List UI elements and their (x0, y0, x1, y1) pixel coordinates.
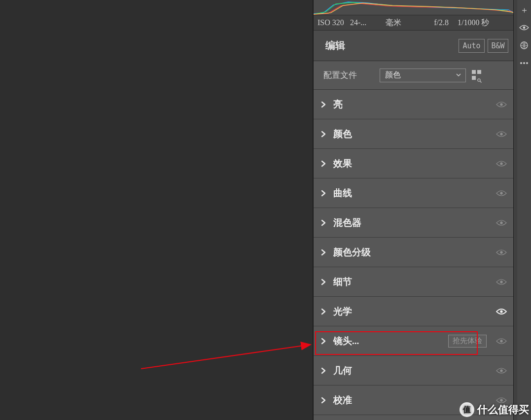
watermark-badge: 值 (460, 402, 474, 417)
panel-label: 效果 (333, 157, 490, 170)
watermark-text: 什么值得买 (477, 403, 529, 417)
chevron-right-icon (314, 219, 333, 226)
panel-row[interactable]: 几何 (314, 356, 513, 385)
right-rail-separator (513, 0, 517, 420)
panel-label: 亮 (333, 98, 490, 111)
panels-list: 亮颜色效果曲线混色器颜色分级细节光学镜头...抢先体验几何校准 (314, 90, 513, 415)
more-tool-icon[interactable] (517, 54, 531, 72)
mm-label: 毫米 (386, 18, 420, 28)
panel-label: 颜色 (333, 128, 490, 140)
eye-icon[interactable] (490, 249, 513, 256)
globe-tool-icon[interactable] (517, 36, 531, 54)
profile-select[interactable]: 颜色 (380, 69, 466, 82)
chevron-right-icon (314, 279, 333, 285)
panel-row[interactable]: 镜头...抢先体验 (314, 326, 513, 356)
eye-icon[interactable] (490, 190, 513, 197)
svg-point-13 (523, 27, 526, 29)
eye-icon[interactable] (490, 131, 513, 138)
panel-label: 颜色分级 (333, 246, 490, 259)
svg-point-8 (500, 280, 502, 283)
chevron-right-icon (314, 131, 333, 138)
profile-row: 配置文件 颜色 (314, 61, 513, 90)
eye-icon[interactable] (490, 101, 513, 108)
chevron-right-icon (314, 397, 333, 404)
chevron-right-icon (314, 308, 333, 315)
svg-point-9 (500, 310, 502, 313)
panel-label: 曲线 (333, 187, 490, 200)
svg-line-1 (480, 81, 482, 83)
chevron-right-icon (314, 249, 333, 256)
svg-point-0 (478, 79, 480, 81)
chevron-right-icon (314, 338, 333, 345)
eye-icon[interactable] (490, 367, 513, 374)
svg-point-3 (500, 133, 502, 135)
edit-header: 编辑 Auto B&W (314, 31, 513, 61)
panel-row[interactable]: 光学 (314, 297, 513, 326)
early-access-badge: 抢先体验 (448, 335, 487, 348)
panel-row[interactable]: 曲线 (314, 178, 513, 208)
svg-point-6 (500, 221, 502, 224)
panel-row[interactable]: 混色器 (314, 208, 513, 238)
svg-point-7 (500, 251, 502, 253)
panel-row[interactable]: 效果 (314, 149, 513, 178)
panel-label: 几何 (333, 364, 490, 377)
eye-icon[interactable] (490, 338, 513, 345)
chevron-down-icon (456, 72, 461, 78)
profile-selected-value: 颜色 (385, 70, 401, 80)
edit-title: 编辑 (314, 39, 459, 52)
panel-row[interactable]: 细节 (314, 267, 513, 297)
eye-icon[interactable] (490, 219, 513, 226)
chevron-right-icon (314, 160, 333, 167)
shutter-value: 1/1000 秒 (458, 18, 509, 28)
watermark: 值 什么值得买 (460, 402, 529, 417)
svg-point-11 (500, 369, 502, 372)
eye-icon[interactable] (490, 279, 513, 285)
eye-icon[interactable] (490, 308, 513, 315)
canvas-area (0, 0, 313, 420)
eye-tool-icon[interactable] (517, 19, 531, 36)
panel-row[interactable]: 颜色分级 (314, 238, 513, 267)
chevron-right-icon (314, 190, 333, 197)
panel-row[interactable]: 亮 (314, 90, 513, 119)
chevron-right-icon (314, 101, 333, 108)
profile-label: 配置文件 (314, 70, 380, 81)
bw-button-label: B&W (491, 41, 504, 50)
metadata-row: ISO 320 24-... 毫米 f/2.8 1/1000 秒 (314, 15, 513, 31)
svg-point-12 (500, 399, 502, 401)
auto-button[interactable]: Auto (459, 39, 485, 53)
focal-length-value: 24-... (350, 18, 386, 27)
panel-label: 镜头... (333, 335, 448, 348)
eye-icon[interactable] (490, 160, 513, 167)
panel-label: 混色器 (333, 216, 490, 229)
panel-label: 光学 (333, 305, 490, 318)
svg-point-4 (500, 162, 502, 165)
panel-row[interactable]: 颜色 (314, 119, 513, 149)
add-tool-icon[interactable]: ＋ (517, 1, 531, 19)
aperture-value: f/2.8 (420, 18, 458, 27)
tool-rail: ＋ (517, 0, 531, 420)
chevron-right-icon (314, 367, 333, 374)
profile-grid-icon[interactable] (472, 70, 486, 81)
panel-label: 细节 (333, 276, 490, 288)
iso-value: ISO 320 (314, 18, 350, 27)
auto-button-label: Auto (462, 41, 480, 50)
svg-point-2 (500, 103, 502, 105)
histogram[interactable] (314, 0, 513, 15)
svg-point-10 (500, 340, 502, 342)
bw-button[interactable]: B&W (488, 39, 508, 53)
svg-point-5 (500, 192, 502, 194)
